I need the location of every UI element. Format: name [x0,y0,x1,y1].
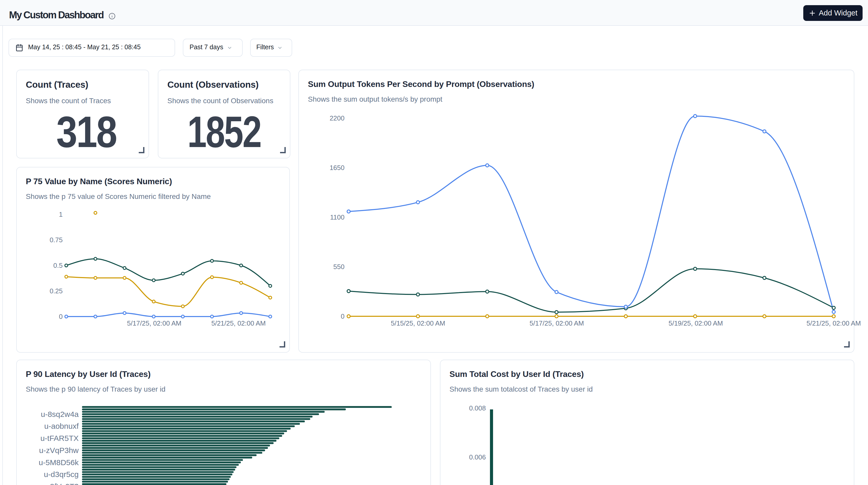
svg-text:1650: 1650 [330,164,344,172]
svg-text:0.008: 0.008 [469,404,486,412]
svg-text:u-tFAR5TX: u-tFAR5TX [40,434,79,443]
svg-text:0: 0 [341,312,344,320]
svg-text:1100: 1100 [330,213,344,221]
svg-text:0.5: 0.5 [53,262,63,269]
svg-text:u-5M8D56k: u-5M8D56k [39,458,79,467]
svg-text:5/21/25, 02:00 AM: 5/21/25, 02:00 AM [806,320,861,327]
svg-text:2200: 2200 [330,114,344,122]
svg-text:0: 0 [59,313,63,321]
svg-text:0.75: 0.75 [50,236,63,244]
svg-text:u-d3qr5cg: u-d3qr5cg [44,470,79,479]
svg-text:550: 550 [334,263,344,271]
svg-text:5/17/25, 02:00 AM: 5/17/25, 02:00 AM [529,320,584,327]
svg-text:u-8fVa9T3: u-8fVa9T3 [43,482,79,485]
svg-text:u-zVqP3hw: u-zVqP3hw [39,446,79,455]
svg-text:u-aobnuxf: u-aobnuxf [44,422,79,430]
svg-text:0.25: 0.25 [50,287,63,295]
svg-text:1: 1 [59,211,63,218]
svg-text:5/21/25, 02:00 AM: 5/21/25, 02:00 AM [211,320,266,327]
svg-text:5/15/25, 02:00 AM: 5/15/25, 02:00 AM [391,320,445,327]
svg-text:5/17/25, 02:00 AM: 5/17/25, 02:00 AM [127,320,181,327]
svg-text:0.006: 0.006 [469,453,486,461]
svg-text:u-8sq2w4a: u-8sq2w4a [41,410,79,419]
svg-text:5/19/25, 02:00 AM: 5/19/25, 02:00 AM [669,320,723,327]
